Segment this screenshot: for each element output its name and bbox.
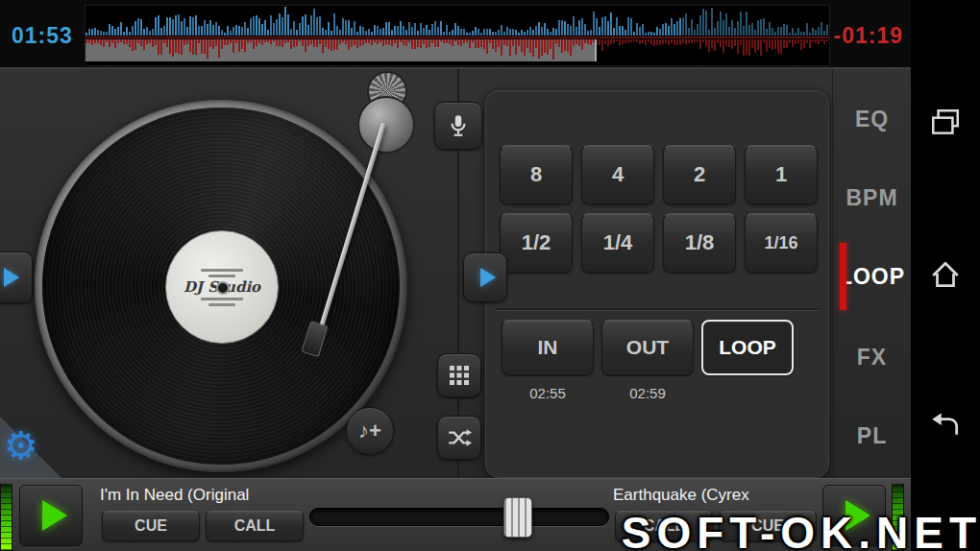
deck-b-track-title: Earthquake (Cyrex: [613, 486, 749, 505]
deck-a-level-meter: [0, 484, 12, 551]
loop-beats-half-button[interactable]: 1/2: [500, 213, 573, 273]
active-tab-indicator: [840, 243, 846, 310]
recent-apps-button[interactable]: [928, 106, 963, 140]
play-arrow-icon: [4, 268, 19, 287]
back-icon: [929, 408, 962, 441]
loop-beats-4-button[interactable]: 4: [581, 145, 654, 204]
add-music-button[interactable]: ♪+: [346, 407, 394, 455]
label-text-line: [208, 275, 235, 277]
loop-toggle-button[interactable]: LOOP: [701, 320, 794, 375]
panel-separator: [496, 308, 819, 311]
deck-b-time: -01:19: [834, 23, 903, 49]
shuffle-icon: [447, 425, 472, 450]
settings-gear-icon[interactable]: ⚙: [4, 426, 38, 465]
loop-out-button[interactable]: OUT: [601, 320, 694, 375]
shuffle-button[interactable]: [437, 416, 481, 460]
play-icon: [42, 500, 67, 531]
loop-in-button[interactable]: IN: [502, 320, 594, 375]
home-icon: [929, 258, 962, 291]
tab-eq[interactable]: EQ: [833, 90, 911, 148]
pad-grid-button[interactable]: [437, 353, 481, 397]
label-text-line: [201, 298, 243, 300]
crossfader-track[interactable]: [309, 508, 609, 526]
microphone-icon: [446, 113, 471, 138]
back-button[interactable]: [928, 407, 963, 442]
loop-beats-quarter-button[interactable]: 1/4: [581, 213, 654, 273]
waveform-graphic: [86, 6, 829, 65]
label-text-line: [201, 269, 243, 272]
loop-beats-eighth-button[interactable]: 1/8: [663, 213, 736, 273]
grid-icon: [448, 364, 471, 387]
recent-apps-icon: [929, 107, 962, 139]
tab-pl[interactable]: PL: [833, 407, 911, 465]
dj-studio-app: 01:53 -01:19 DJ Studio: [0, 0, 980, 551]
right-panel-toggle-button[interactable]: [463, 252, 507, 302]
deck-a-play-button[interactable]: [19, 485, 83, 546]
loop-beats-2-button[interactable]: 2: [663, 145, 736, 204]
loop-in-time: 02:55: [502, 385, 594, 401]
site-watermark: SOFT-OK.NET: [622, 507, 980, 551]
waveform-display[interactable]: [85, 5, 830, 66]
label-text-line: [208, 303, 235, 306]
waveform-bar: 01:53 -01:19: [0, 0, 980, 69]
loop-panel: 8 4 2 1 1/2 1/4 1/8 1/16 IN OUT LOOP 02:…: [485, 90, 829, 478]
home-button[interactable]: [928, 257, 963, 292]
deck-a-cue-button[interactable]: CUE: [102, 511, 200, 541]
android-nav-bar: [911, 0, 980, 551]
deck-a-call-button[interactable]: CALL: [206, 511, 304, 541]
side-tab-strip: EQ BPM LOOP FX PL: [832, 69, 911, 478]
loop-out-time: 02:59: [601, 385, 694, 401]
loop-beats-1-button[interactable]: 1: [745, 145, 818, 204]
tab-bpm[interactable]: BPM: [833, 169, 911, 227]
crossfader-handle[interactable]: [503, 497, 532, 538]
deck-a-time: 01:53: [12, 23, 73, 49]
tab-fx[interactable]: FX: [833, 328, 911, 386]
left-panel-toggle-button[interactable]: [0, 252, 33, 303]
loop-beats-sixteenth-button[interactable]: 1/16: [745, 213, 818, 273]
microphone-button[interactable]: [434, 102, 482, 150]
loop-beats-8-button[interactable]: 8: [500, 145, 573, 204]
tonearm-pivot: [357, 96, 415, 154]
deck-a-track-title: I'm In Need (Original: [100, 486, 249, 505]
spindle: [216, 281, 230, 295]
music-note-add-icon: ♪+: [358, 419, 381, 443]
beat-division-grid: 8 4 2 1 1/2 1/4 1/8 1/16: [500, 145, 818, 273]
play-arrow-icon: [480, 268, 496, 287]
